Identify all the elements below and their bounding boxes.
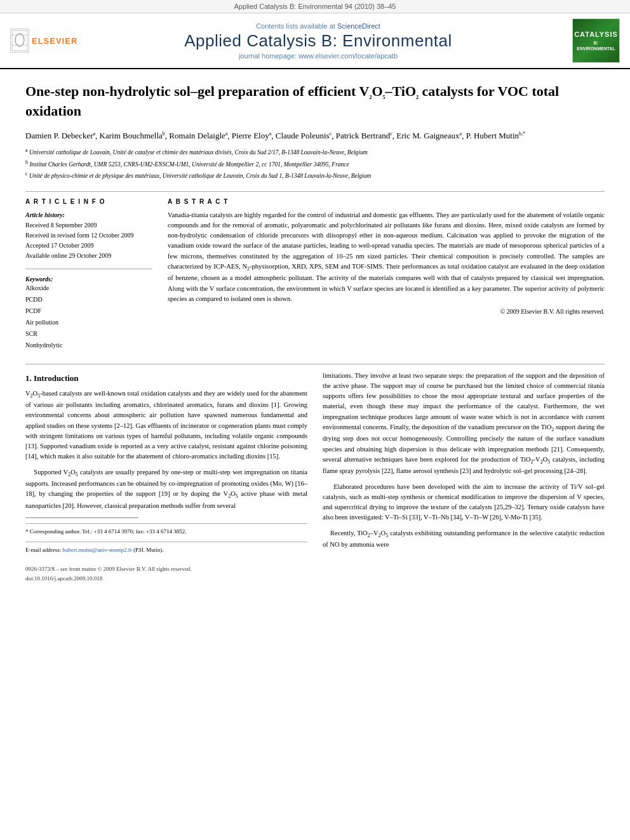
affiliations: a Université catholique de Louvain, Unit…: [25, 147, 605, 180]
copyright-line: © 2009 Elsevier B.V. All rights reserved…: [168, 308, 605, 315]
divider-2: [25, 364, 605, 364]
keyword-nonhydrolytic: Nonhydrolytic: [25, 340, 152, 351]
info-abstract-section: A R T I C L E I N F O Article history: R…: [25, 198, 605, 351]
footnote-email: E-mail address: hubert.mutin@univ-montp2…: [25, 542, 307, 555]
elsevier-text: ELSEVIER: [32, 36, 77, 46]
footnote-divider: [25, 517, 138, 518]
keyword-scr: SCR: [25, 328, 152, 340]
revised-date: Received in revised form 12 October 2009: [25, 230, 152, 241]
article-info-label: A R T I C L E I N F O: [25, 198, 152, 205]
history-label: Article history:: [25, 210, 152, 220]
right-para-3: Recently, TiO2–V2O5 catalysts exhibiting…: [323, 528, 605, 550]
keyword-air-pollution: Air pollution: [25, 317, 152, 328]
available-date: Available online 29 October 2009: [25, 251, 152, 261]
intro-para-1: V2O5-based catalysts are well-known tota…: [25, 389, 307, 462]
abstract-col: A B S T R A C T Vanadia-titania catalyst…: [168, 198, 605, 351]
abstract-text: Vanadia-titania catalysts are highly reg…: [168, 210, 605, 305]
article-title: One-step non-hydrolytic sol–gel preparat…: [25, 82, 605, 121]
sciencedirect-label: Contents lists available at ScienceDirec…: [74, 22, 563, 30]
email-label: E-mail address:: [25, 547, 62, 553]
keywords-list: Alkoxide PCDD PCDF Air pollution SCR Non…: [25, 283, 152, 351]
journal-citation: Applied Catalysis B: Environmental 94 (2…: [234, 3, 396, 10]
divider-keywords: [25, 269, 152, 269]
article-history: Article history: Received 8 September 20…: [25, 210, 152, 261]
journal-header-right: CATALYSIS B: ENVIRONMENTAL: [563, 18, 620, 63]
intro-heading: 1. Introduction: [25, 373, 307, 383]
keyword-pcdd: PCDD: [25, 294, 152, 305]
main-content: One-step non-hydrolytic sol–gel preparat…: [0, 69, 630, 596]
sciencedirect-link[interactable]: ScienceDirect: [337, 22, 380, 30]
issn-line: 0926-3373/$ – see front matter © 2009 El…: [25, 564, 307, 573]
affiliation-a: a Université catholique de Louvain, Unit…: [25, 147, 605, 157]
right-para-2: Elaborated procedures have been develope…: [323, 482, 605, 523]
affiliation-b-text: Institut Charles Gerhardt, UMR 5253, CNR…: [29, 161, 349, 168]
received-date: Received 8 September 2009: [25, 220, 152, 230]
doi-line: doi:10.1016/j.apcatb.2009.10.018: [25, 574, 307, 583]
affiliation-a-text: Université catholique de Louvain, Unité …: [29, 150, 368, 156]
journal-header-center: Contents lists available at ScienceDirec…: [74, 22, 563, 60]
abstract-label: A B S T R A C T: [168, 198, 605, 205]
journal-header: ELSEVIER Contents lists available at Sci…: [0, 13, 630, 69]
body-right-col: limitations. They involve at least two s…: [323, 371, 605, 583]
authors-line: Damien P. Debeckera, Karim Bouchmellab, …: [25, 130, 605, 142]
footnote-corresponding: * Corresponding author. Tel.: +33 4 6714…: [25, 523, 307, 537]
divider-1: [25, 191, 605, 192]
bottom-footer: 0926-3373/$ – see front matter © 2009 El…: [25, 564, 307, 583]
accepted-date: Accepted 17 October 2009: [25, 241, 152, 251]
affiliation-c-text: Unité de physico-chimie et de physique d…: [29, 173, 371, 179]
journal-homepage: journal homepage: www.elsevier.com/locat…: [74, 52, 563, 60]
elsevier-logo-image: [10, 29, 29, 53]
email-name: (P.H. Mutin).: [133, 547, 164, 553]
keyword-pcdf: PCDF: [25, 305, 152, 317]
journal-title: Applied Catalysis B: Environmental: [74, 31, 563, 51]
body-left-col: 1. Introduction V2O5-based catalysts are…: [25, 371, 307, 583]
affiliation-c: c Unité de physico-chimie et de physique…: [25, 170, 605, 180]
intro-para-2: Supported V2O5 catalysts are usually pre…: [25, 467, 307, 512]
right-para-1: limitations. They involve at least two s…: [323, 371, 605, 477]
keyword-alkoxide: Alkoxide: [25, 283, 152, 294]
affiliation-b: b Institut Charles Gerhardt, UMR 5253, C…: [25, 159, 605, 169]
keywords-label: Keywords:: [25, 276, 152, 283]
top-bar: Applied Catalysis B: Environmental 94 (2…: [0, 0, 630, 13]
journal-header-left: ELSEVIER: [10, 29, 74, 53]
corresponding-text: * Corresponding author. Tel.: +33 4 6714…: [25, 528, 187, 535]
keywords-section: Keywords: Alkoxide PCDD PCDF Air polluti…: [25, 276, 152, 351]
email-link[interactable]: hubert.mutin@univ-montp2.fr: [62, 547, 131, 553]
svg-point-1: [15, 34, 24, 46]
body-section: 1. Introduction V2O5-based catalysts are…: [25, 371, 605, 583]
elsevier-logo: ELSEVIER: [10, 29, 77, 53]
catalysis-logo: CATALYSIS B: ENVIRONMENTAL: [572, 18, 620, 63]
article-info-col: A R T I C L E I N F O Article history: R…: [25, 198, 152, 351]
